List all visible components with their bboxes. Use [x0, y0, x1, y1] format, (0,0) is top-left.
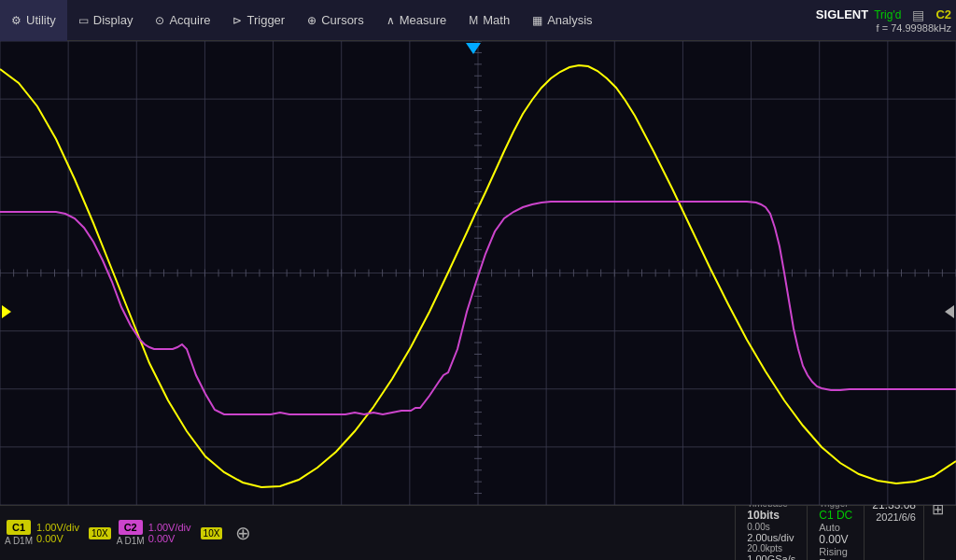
ch1-detail: 1.00V/div 0.00V: [36, 522, 79, 544]
menu-display[interactable]: ▭ Display: [67, 0, 145, 41]
siglent-header: SIGLENT Trig'd ▤ C2 f = 74.99988kHz: [816, 7, 956, 34]
measure-icon: ∧: [387, 14, 395, 27]
ch1-probe: 10X: [89, 527, 111, 539]
trig-status: Trig'd: [874, 8, 901, 21]
trigger-icon: ⊳: [232, 14, 242, 27]
status-bar: C1 A D1M 1.00V/div 0.00V 10X C2 A D1M 1.…: [0, 505, 956, 560]
ch1-label: C1: [7, 520, 31, 535]
cursors-icon: ⊕: [307, 14, 316, 27]
acquire-icon: ⊙: [155, 14, 164, 27]
brand-area: SIGLENT Trig'd ▤ C2 f = 74.99988kHz: [816, 7, 956, 34]
clock-display: 21:33:08 2021/6/6: [864, 497, 923, 561]
ch1-coupling: A D1M: [5, 536, 33, 546]
timebase-start: 0.00s: [747, 522, 795, 532]
ch2-info: C2 A D1M: [117, 520, 145, 546]
menu-measure[interactable]: ∧ Measure: [375, 0, 458, 41]
ch2-offset: 0.00V: [148, 533, 191, 544]
math-controls[interactable]: ⊕: [235, 522, 251, 544]
ch1-info: C1 A D1M: [5, 520, 33, 546]
display-icon: ▭: [78, 14, 89, 27]
menu-cursors[interactable]: ⊕ Cursors: [296, 0, 375, 41]
ch2-waveform: [0, 202, 956, 414]
timebase-pts: 20.0kpts: [747, 543, 795, 553]
brand-name: SIGLENT: [816, 7, 868, 21]
trigger-slope: Rising: [819, 546, 852, 557]
menu-math[interactable]: M Math: [457, 0, 521, 41]
ch2-volts-div: 1.00V/div: [148, 522, 191, 533]
menu-trigger[interactable]: ⊳ Trigger: [221, 0, 296, 41]
menu-utility[interactable]: ⚙ Utility: [0, 0, 67, 41]
storage-icon[interactable]: ▤: [907, 7, 930, 22]
active-channel: C2: [935, 7, 951, 21]
timebase-group: Timebase 10bits 0.00s 2.00us/div 20.0kpt…: [735, 497, 807, 561]
ch1-volts-div: 1.00V/div: [36, 522, 79, 533]
ch2-probe: 10X: [201, 527, 223, 539]
menu-acquire[interactable]: ⊙ Acquire: [144, 0, 221, 41]
sample-rate: 1.00GSa/s: [747, 553, 795, 561]
analysis-icon: ▦: [532, 14, 542, 27]
utility-icon: ⚙: [11, 14, 21, 27]
freq-display: f = 74.99988kHz: [877, 22, 951, 34]
clock-date: 2021/6/6: [876, 511, 916, 523]
trigger-source: C1 DC: [819, 509, 852, 522]
timebase-bits: 10bits: [747, 509, 795, 522]
ch2-detail: 1.00V/div 0.00V: [148, 522, 191, 544]
ch2-label: C2: [119, 520, 143, 535]
ch1-offset: 0.00V: [36, 533, 79, 544]
trigger-level: 0.00V: [819, 533, 852, 546]
waveform-display: [0, 41, 956, 505]
scope-params: Timebase 10bits 0.00s 2.00us/div 20.0kpt…: [735, 497, 951, 561]
menu-analysis[interactable]: ▦ Analysis: [521, 0, 603, 41]
settings-button[interactable]: ⊞: [923, 497, 951, 561]
menu-bar: ⚙ Utility ▭ Display ⊙ Acquire ⊳ Trigger …: [0, 0, 956, 41]
math-icon: M: [469, 14, 478, 27]
timebase-per-div: 2.00us/div: [747, 532, 795, 543]
ch2-coupling: A D1M: [117, 536, 145, 546]
trigger-mode: Auto: [819, 522, 852, 533]
scope-display: [0, 41, 956, 505]
trigger-type: Edge: [819, 557, 852, 561]
trigger-group: Trigger C1 DC Auto 0.00V Rising Edge: [807, 497, 864, 561]
